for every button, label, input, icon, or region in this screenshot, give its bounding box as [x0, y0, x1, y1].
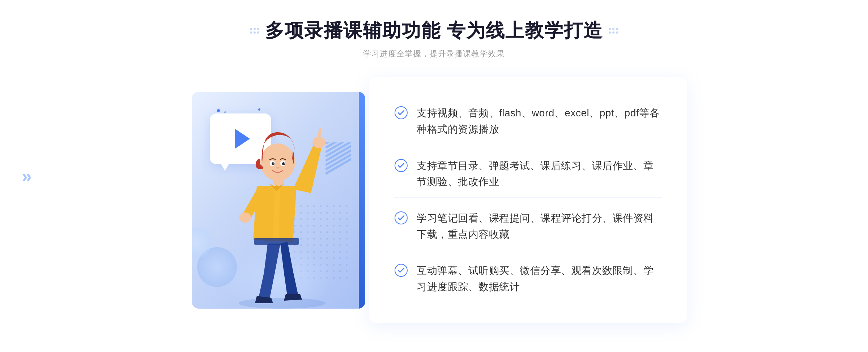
svg-point-13: [395, 159, 407, 172]
left-arrow-decoration: »: [22, 166, 32, 186]
feature-item-1: 支持视频、音频、flash、word、excel、ppt、pdf等各种格式的资源…: [394, 98, 662, 145]
feature-text-3: 学习笔记回看、课程提问、课程评论打分、课件资料下载，重点内容收藏: [417, 210, 662, 243]
page-title: 多项录播课辅助功能 专为线上教学打造: [265, 18, 603, 43]
check-icon-1: [394, 106, 408, 120]
blue-sidebar-bar: [359, 92, 365, 309]
person-illustration: [221, 106, 344, 309]
svg-point-2: [239, 213, 251, 223]
content-area: 支持视频、音频、flash、word、excel、ppt、pdf等各种格式的资源…: [181, 77, 687, 323]
decorative-dots-right: [609, 28, 618, 34]
svg-point-12: [395, 107, 407, 119]
features-card: 支持视频、音频、flash、word、excel、ppt、pdf等各种格式的资源…: [369, 77, 687, 323]
title-row: 多项录播课辅助功能 专为线上教学打造: [250, 18, 618, 43]
header-section: 多项录播课辅助功能 专为线上教学打造 学习进度全掌握，提升录播课教学效果: [250, 18, 618, 59]
check-icon-4: [394, 263, 408, 277]
svg-point-15: [395, 264, 407, 276]
svg-point-0: [239, 298, 326, 309]
check-icon-2: [394, 159, 408, 172]
feature-item-3: 学习笔记回看、课程提问、课程评论打分、课件资料下载，重点内容收藏: [394, 203, 662, 250]
svg-point-9: [273, 163, 275, 164]
check-icon-3: [394, 211, 408, 225]
illustration-bg-card: [192, 92, 365, 309]
illustration-container: [181, 77, 376, 323]
svg-rect-11: [254, 238, 299, 245]
svg-point-1: [312, 137, 326, 148]
page-container: » 多项录播课辅助功能 专为线上教学打造 学习进度全掌握，提升录播课教学效果: [0, 0, 868, 352]
svg-point-4: [260, 143, 295, 181]
feature-text-4: 互动弹幕、试听购买、微信分享、观看次数限制、学习进度跟踪、数据统计: [417, 263, 662, 295]
feature-text-1: 支持视频、音频、flash、word、excel、ppt、pdf等各种格式的资源…: [417, 105, 662, 138]
feature-text-2: 支持章节目录、弹题考试、课后练习、课后作业、章节测验、批改作业: [417, 158, 662, 190]
feature-item-2: 支持章节目录、弹题考试、课后练习、课后作业、章节测验、批改作业: [394, 151, 662, 198]
page-subtitle: 学习进度全掌握，提升录播课教学效果: [363, 48, 505, 59]
decorative-dots-left: [250, 28, 259, 34]
svg-point-10: [284, 163, 285, 164]
svg-point-14: [395, 212, 407, 224]
feature-item-4: 互动弹幕、试听购买、微信分享、观看次数限制、学习进度跟踪、数据统计: [394, 256, 662, 302]
